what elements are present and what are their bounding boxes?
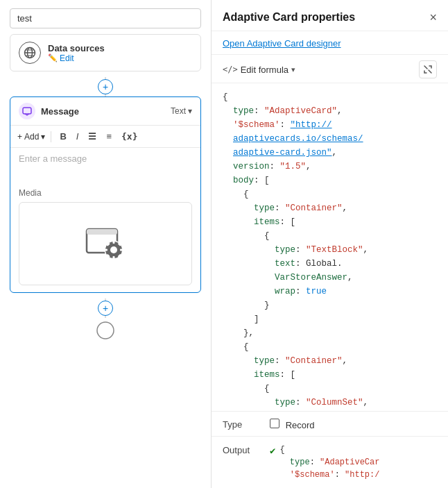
record-type-icon [270,419,279,428]
output-content: ✔ { type: "AdaptiveCar '$schema': "http:… [270,444,379,481]
add-label: Add [24,132,39,142]
edit-formula-button[interactable]: </> Edit formula ▾ [223,65,295,75]
bullet-list-button[interactable]: ☰ [85,130,99,143]
code-line: type: "Container", [223,201,437,215]
code-editor[interactable]: { type: "AdaptiveCard", '$schema': "http… [212,83,448,412]
italic-button[interactable]: I [74,130,82,143]
code-line: } [223,298,437,312]
message-body[interactable]: Enter a message [10,148,200,183]
code-line: { [223,229,437,243]
panel-actions: Open Adaptive Card designer [212,31,448,55]
code-line: }, [223,326,437,340]
edit-link[interactable]: ✏️ Edit [48,53,105,63]
search-input[interactable] [10,8,201,28]
data-sources-text: Data sources ✏️ Edit [48,43,105,63]
chevron-down-icon: ▾ [188,106,192,116]
close-button[interactable]: × [429,11,437,24]
code-line: wrap: true [223,285,437,298]
svg-point-19 [97,322,114,339]
bold-button[interactable]: B [57,130,69,143]
code-line: '$schema': "http:// [223,118,437,132]
add-node-button-top[interactable]: + [98,79,113,94]
type-value: Record [270,419,315,430]
type-label: Type [223,419,259,430]
end-node-icon [96,321,115,340]
plus-label: + [17,132,22,142]
left-panel: Data sources ✏️ Edit + Message Text [0,0,212,488]
media-drop-zone[interactable] [19,202,192,285]
message-header-left: Message [19,103,79,119]
expand-button[interactable] [419,60,437,78]
open-designer-link[interactable]: Open Adaptive Card designer [223,38,341,49]
data-sources-card: Data sources ✏️ Edit [10,34,201,71]
check-icon: ✔ [270,445,275,457]
svg-rect-14 [120,249,123,251]
numbered-list-button[interactable]: ≡ [103,130,114,143]
globe-icon [19,42,41,64]
code-line: items: [ [223,368,437,382]
bottom-section: + [0,293,211,346]
output-label: Output [223,445,259,455]
code-line: text: Global. [223,257,437,271]
code-line: body: [ [223,174,437,187]
svg-rect-12 [113,256,115,260]
code-line: type: "AdaptiveCard", [223,104,437,118]
formula-button[interactable]: {x} [119,130,140,143]
edit-formula-label: Edit formula [241,65,288,75]
media-section: Media [10,183,200,292]
message-card: Message Text ▾ + Add ▾ B I ☰ ≡ {x} Enter… [10,96,201,293]
message-toolbar: + Add ▾ B I ☰ ≡ {x} [10,126,200,148]
connector-line-bottom: + [0,298,211,318]
code-line: { [223,382,437,396]
code-line: adaptive-card.json", [223,146,437,160]
code-line: { [223,90,437,104]
toolbar-separator-1 [51,131,51,142]
code-line: type: "Container", [223,354,437,368]
add-node-button-bottom[interactable]: + [98,301,113,316]
output-section: Output ✔ { type: "AdaptiveCar '$schema':… [212,437,448,488]
add-dropdown[interactable]: + Add ▾ [17,132,45,142]
right-panel: Adaptive Card properties × Open Adaptive… [212,0,448,488]
code-line: ] [223,312,437,326]
svg-rect-13 [104,249,107,251]
code-line: version: "1.5", [223,160,437,174]
add-chevron-icon: ▾ [41,132,45,142]
code-line: items: [ [223,215,437,229]
message-icon [19,103,35,119]
message-title: Message [41,106,79,117]
expand-icon [423,65,433,74]
formula-chevron-icon: ▾ [291,65,295,74]
code-line: type: "TextBlock", [223,243,437,257]
svg-rect-11 [113,240,115,244]
pencil-icon: ✏️ [48,53,58,62]
output-text: { type: "AdaptiveCar '$schema': "http:/ [279,444,379,481]
svg-rect-7 [87,229,117,235]
code-line: { [223,340,437,354]
code-line: { [223,187,437,201]
code-line: VarStoreAnswer, [223,271,437,285]
panel-title: Adaptive Card properties [223,11,355,24]
code-line: adaptivecards.io/schemas/ [223,132,437,146]
message-header: Message Text ▾ [10,97,200,126]
media-placeholder-icon [84,224,127,264]
code-brackets-icon: </> [223,65,238,74]
message-type-dropdown[interactable]: Text ▾ [171,106,192,116]
svg-rect-5 [23,108,31,114]
type-section: Type Record [212,412,448,437]
data-sources-title: Data sources [48,43,105,53]
svg-point-10 [110,246,117,253]
connector-line-top: + [0,77,211,96]
code-line: type: "ColumnSet", [223,396,437,410]
panel-header: Adaptive Card properties × [212,0,448,31]
media-label: Media [19,188,192,198]
